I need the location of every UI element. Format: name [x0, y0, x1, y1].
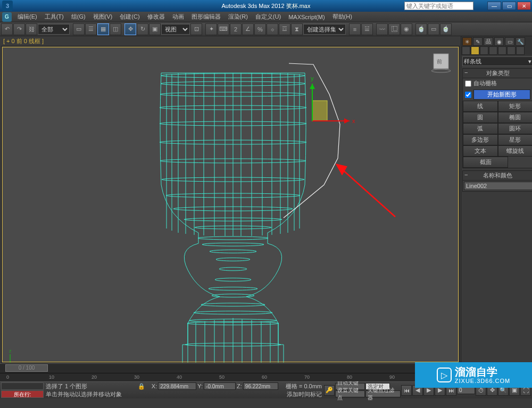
cat-systems[interactable]: [516, 46, 525, 55]
svg-text:前: 前: [437, 59, 442, 64]
cat-shapes[interactable]: [471, 46, 479, 55]
select-button[interactable]: ▭: [73, 23, 85, 35]
close-button[interactable]: ✕: [517, 2, 531, 10]
script-mini-listener[interactable]: [1, 382, 44, 390]
layers-button[interactable]: ☱: [361, 23, 373, 35]
link-button[interactable]: ⛓: [26, 23, 37, 35]
curve-editor-button[interactable]: 〰: [376, 23, 388, 35]
menu-create[interactable]: 创建(C): [116, 13, 143, 21]
snap-angle-button[interactable]: ∠: [242, 23, 254, 35]
menu-rendering[interactable]: 渲染(R): [225, 13, 252, 21]
tab-display[interactable]: ▭: [505, 37, 514, 46]
menu-group[interactable]: 组(G): [68, 13, 89, 21]
edit-named-sel-button[interactable]: ☲: [279, 23, 290, 35]
rollout-title-objtype[interactable]: 对象类型: [463, 69, 532, 78]
menu-animation[interactable]: 动画: [169, 13, 188, 21]
object-name-input[interactable]: [464, 182, 532, 190]
undo-button[interactable]: ↶: [1, 23, 13, 35]
autogrid-checkbox[interactable]: [465, 80, 471, 87]
material-editor-button[interactable]: ◉: [401, 23, 412, 35]
btn-ngon[interactable]: 多边形: [463, 134, 498, 145]
render-frame-button[interactable]: ▭: [428, 23, 439, 35]
coord-y-input[interactable]: -0.0mm: [204, 382, 236, 390]
tab-utilities[interactable]: 🔧: [516, 37, 525, 46]
svg-point-32: [216, 258, 250, 261]
named-selection-set[interactable]: 创建选择集: [303, 24, 346, 35]
selection-filter[interactable]: 全部: [38, 24, 70, 35]
btn-ellipse[interactable]: 椭圆: [498, 112, 533, 123]
spinner-snap-button[interactable]: ⟐: [267, 23, 278, 35]
time-ruler[interactable]: 0 10 20 30 40 50 60 70 80 90 100: [0, 373, 461, 381]
menu-maxscript[interactable]: MAXScript(M): [285, 14, 328, 20]
cat-spacewarps[interactable]: [507, 46, 516, 55]
btn-rectangle[interactable]: 矩形: [498, 101, 533, 112]
btn-circle[interactable]: 圆: [463, 112, 498, 123]
menu-modifiers[interactable]: 修改器: [144, 13, 169, 21]
cat-helpers[interactable]: [498, 46, 506, 55]
startnewshape-checkbox[interactable]: [465, 92, 471, 98]
rollout-title-namecolor[interactable]: 名称和颜色: [463, 171, 532, 181]
goto-start-button[interactable]: ⏮: [401, 385, 412, 396]
maximize-button[interactable]: ▭: [502, 2, 516, 10]
btn-line[interactable]: 线: [463, 101, 498, 112]
manipulate-button[interactable]: ✦: [205, 23, 217, 35]
mirror-button[interactable]: ⧗: [291, 23, 303, 35]
cat-lights[interactable]: [480, 46, 488, 55]
btn-arc[interactable]: 弧: [463, 123, 498, 134]
tab-hierarchy[interactable]: 品: [484, 37, 493, 46]
time-slider[interactable]: 0 / 100: [0, 363, 461, 373]
tab-create[interactable]: ✳: [462, 37, 472, 46]
menu-grapheditors[interactable]: 图形编辑器: [188, 13, 225, 21]
autogrid-label: 自动栅格: [473, 79, 497, 87]
setkey-button[interactable]: 设置关键点: [335, 390, 365, 397]
watermark-play-icon: ▷: [437, 368, 452, 382]
svg-point-33: [219, 267, 247, 271]
viewport-front[interactable]: x y x z 前: [1, 46, 460, 363]
ref-coord-system[interactable]: 视图: [161, 24, 190, 35]
coord-x-input[interactable]: 229.884mm: [158, 382, 196, 390]
keyboard-shortcut-button[interactable]: ⌨: [218, 23, 229, 35]
btn-star[interactable]: 星形: [498, 134, 533, 145]
menu-tools[interactable]: 工具(T): [41, 13, 68, 21]
help-search-input[interactable]: [404, 2, 473, 10]
startnewshape-button[interactable]: 开始新图形: [473, 89, 530, 100]
menu-customize[interactable]: 自定义(U): [252, 13, 285, 21]
align-button[interactable]: ≡: [349, 23, 361, 35]
render-setup-button[interactable]: 🍵: [415, 23, 427, 35]
use-center-button[interactable]: ⊡: [190, 23, 202, 35]
tab-modify[interactable]: ✎: [473, 37, 483, 46]
btn-section[interactable]: 截面: [463, 157, 508, 168]
redo-button[interactable]: ↷: [13, 23, 25, 35]
scale-button[interactable]: ▣: [149, 23, 161, 35]
snap-2d-button[interactable]: 2: [230, 23, 242, 35]
coord-x-label: X:: [152, 383, 157, 389]
move-button[interactable]: ✥: [124, 23, 136, 35]
rotate-button[interactable]: ↻: [137, 23, 148, 35]
menu-view[interactable]: 视图(V): [89, 13, 117, 21]
snap-percent-button[interactable]: %: [254, 23, 266, 35]
subcategory-dropdown[interactable]: 样条线▾: [462, 56, 532, 66]
btn-helix[interactable]: 螺旋线: [498, 145, 533, 157]
app-menu-icon[interactable]: G: [2, 12, 12, 22]
menu-help[interactable]: 帮助(H): [329, 13, 356, 21]
keyfilter-button[interactable]: 关键点过滤器: [365, 390, 401, 397]
cat-cameras[interactable]: [489, 46, 497, 55]
coord-z-input[interactable]: 96.222mm: [243, 382, 278, 390]
render-button[interactable]: 🍵: [440, 23, 452, 35]
btn-text[interactable]: 文本: [463, 145, 498, 157]
btn-donut[interactable]: 圆环: [498, 123, 533, 134]
menu-edit[interactable]: 编辑(E): [14, 13, 41, 21]
minimize-button[interactable]: —: [487, 2, 501, 10]
schematic-view-button[interactable]: ⿺: [388, 23, 400, 35]
select-region-button[interactable]: ▦: [97, 23, 109, 35]
add-time-tag-button[interactable]: 添加时间标记: [287, 390, 322, 398]
tab-motion[interactable]: ◉: [494, 37, 504, 46]
window-crossing-button[interactable]: ◫: [110, 23, 121, 35]
select-name-button[interactable]: ☰: [85, 23, 97, 35]
viewport-label[interactable]: [ + 0 前 0 线框 ]: [0, 36, 461, 46]
lock-selection-button[interactable]: 🔑: [324, 385, 335, 396]
viewcube[interactable]: 前: [429, 50, 453, 73]
coord-y-label: Y:: [197, 383, 203, 389]
cat-geometry[interactable]: [462, 46, 470, 55]
watermark-banner: ▷ 溜溜自学 ZIXUE.3D66.COM: [415, 362, 532, 388]
